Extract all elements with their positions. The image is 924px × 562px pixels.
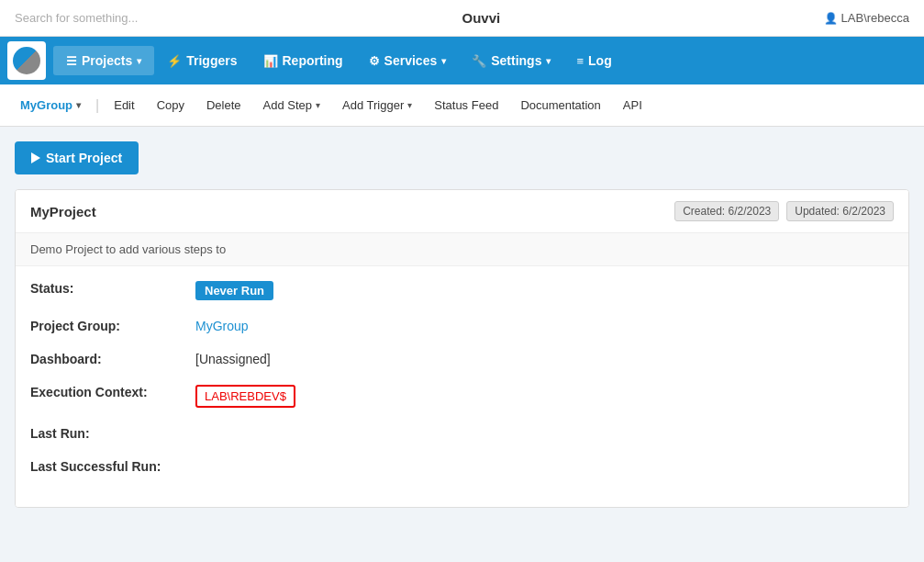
add-trigger-label: Add Trigger [342,98,404,112]
group-value[interactable]: MyGroup [195,319,249,333]
edit-button[interactable]: Edit [105,93,143,118]
nav-label-projects: Projects [82,53,132,68]
breadcrumb-group-label: MyGroup [20,98,72,112]
chevron-down-icon: ▾ [76,100,81,110]
copy-button[interactable]: Copy [148,93,194,118]
project-description: Demo Project to add various steps to [16,233,908,266]
chevron-down-icon: ▾ [407,100,412,110]
edit-label: Edit [114,98,134,112]
app-logo[interactable] [7,41,46,80]
documentation-label: Documentation [520,98,600,112]
status-badge: Never Run [195,281,273,300]
chevron-down-icon: ▾ [137,56,141,66]
nav-item-reporting[interactable]: 📊 Reporting [250,46,356,75]
action-bar: MyGroup ▾ | Edit Copy Delete Add Step ▾ … [0,84,924,127]
copy-label: Copy [157,98,184,112]
play-icon [31,152,40,163]
add-trigger-button[interactable]: Add Trigger ▾ [333,93,421,118]
dashboard-value: [Unassigned] [195,352,271,366]
updated-date: Updated: 6/2/2023 [786,201,894,221]
nav-item-projects[interactable]: ☰ Projects ▾ [53,46,154,75]
nav-label-services: Services [384,53,438,68]
api-button[interactable]: API [614,93,651,118]
chevron-down-icon: ▾ [441,56,446,66]
api-label: API [623,98,642,112]
nav-label-triggers: Triggers [186,53,237,68]
project-card: MyProject Created: 6/2/2023 Updated: 6/2… [15,189,909,508]
triggers-icon: ⚡ [167,54,182,68]
top-bar: Search for something... Ouvvi LAB\rebecc… [0,0,924,37]
nav-label-log: Log [588,53,612,68]
start-project-label: Start Project [46,151,122,165]
reporting-icon: 📊 [263,54,278,68]
user-label: LAB\rebecca [824,11,909,25]
dashboard-row: Dashboard: [Unassigned] [30,352,894,366]
nav-item-triggers[interactable]: ⚡ Triggers [154,46,250,75]
project-name: MyProject [30,204,96,219]
settings-icon: 🔧 [472,54,486,68]
nav-label-reporting: Reporting [283,53,343,68]
delete-label: Delete [206,98,241,112]
add-step-button[interactable]: Add Step ▾ [254,93,330,118]
project-details: Status: Never Run Project Group: MyGroup… [16,266,908,507]
project-dates: Created: 6/2/2023 Updated: 6/2/2023 [674,201,894,221]
created-date: Created: 6/2/2023 [674,201,779,221]
projects-icon: ☰ [66,54,77,68]
delete-button[interactable]: Delete [197,93,250,118]
breadcrumb-group[interactable]: MyGroup ▾ [11,93,90,118]
main-content: Start Project MyProject Created: 6/2/202… [0,127,924,523]
logo-graphic [13,47,40,74]
nav-item-settings[interactable]: 🔧 Settings ▾ [459,46,563,75]
status-row: Status: Never Run [30,281,894,300]
nav-label-settings: Settings [491,53,541,68]
dashboard-label: Dashboard: [30,352,195,366]
chevron-down-icon: ▾ [316,100,320,110]
status-feed-button[interactable]: Status Feed [425,93,507,118]
nav-item-services[interactable]: ⚙ Services ▾ [356,46,460,75]
execution-context-value: LAB\REBDEV$ [195,385,295,408]
log-icon: ≡ [576,54,584,68]
lastsuccessful-row: Last Successful Run: [30,459,894,474]
add-step-label: Add Step [263,98,313,112]
lastrun-label: Last Run: [30,426,195,441]
nav-bar: ☰ Projects ▾ ⚡ Triggers 📊 Reporting ⚙ Se… [0,37,924,84]
status-feed-label: Status Feed [434,98,498,112]
project-header: MyProject Created: 6/2/2023 Updated: 6/2… [16,190,908,233]
lastsuccessful-label: Last Successful Run: [30,459,195,474]
app-title: Ouvvi [462,10,500,26]
action-divider: | [94,97,101,114]
documentation-button[interactable]: Documentation [511,93,609,118]
services-icon: ⚙ [369,54,380,68]
group-row: Project Group: MyGroup [30,319,894,333]
chevron-down-icon: ▾ [546,56,551,66]
search-bar[interactable]: Search for something... [15,11,138,25]
group-label: Project Group: [30,319,195,333]
start-project-button[interactable]: Start Project [15,141,139,174]
nav-item-log[interactable]: ≡ Log [563,46,624,75]
execution-label: Execution Context: [30,385,195,399]
lastrun-row: Last Run: [30,426,894,441]
execution-row: Execution Context: LAB\REBDEV$ [30,385,894,408]
status-label: Status: [30,281,195,296]
